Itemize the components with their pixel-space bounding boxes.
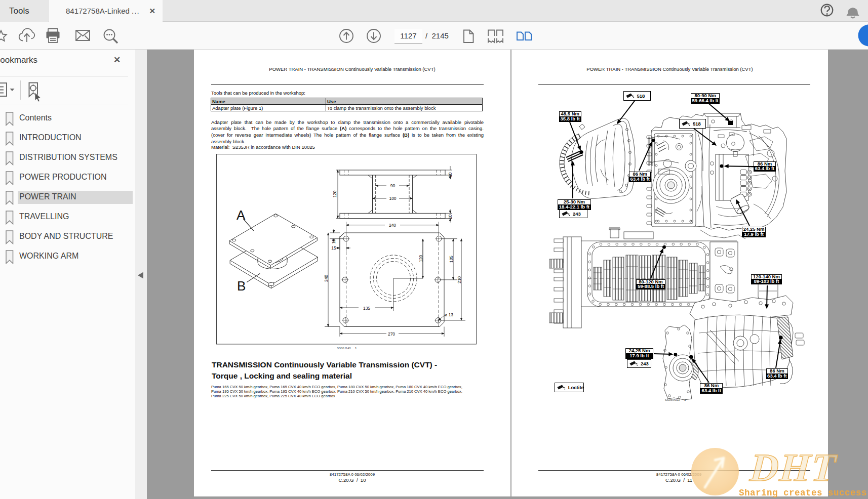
svg-text:15: 15 xyxy=(331,239,336,244)
svg-text:10: 10 xyxy=(448,215,453,220)
svg-text:135: 135 xyxy=(363,306,370,311)
svg-text:270: 270 xyxy=(388,331,395,337)
svg-text:90: 90 xyxy=(390,183,396,188)
svg-text:B: B xyxy=(237,278,246,294)
svg-text:240: 240 xyxy=(324,275,329,282)
svg-text:ø 13: ø 13 xyxy=(445,312,453,317)
svg-text:A: A xyxy=(236,207,246,223)
svg-text:120: 120 xyxy=(418,255,423,262)
svg-text:105: 105 xyxy=(449,256,454,263)
svg-text:100: 100 xyxy=(389,196,396,201)
svg-text:15: 15 xyxy=(331,245,336,251)
svg-text:120: 120 xyxy=(332,190,337,197)
svg-text:240: 240 xyxy=(389,223,396,228)
svg-text:210: 210 xyxy=(457,276,462,283)
svg-text:10: 10 xyxy=(448,173,453,178)
